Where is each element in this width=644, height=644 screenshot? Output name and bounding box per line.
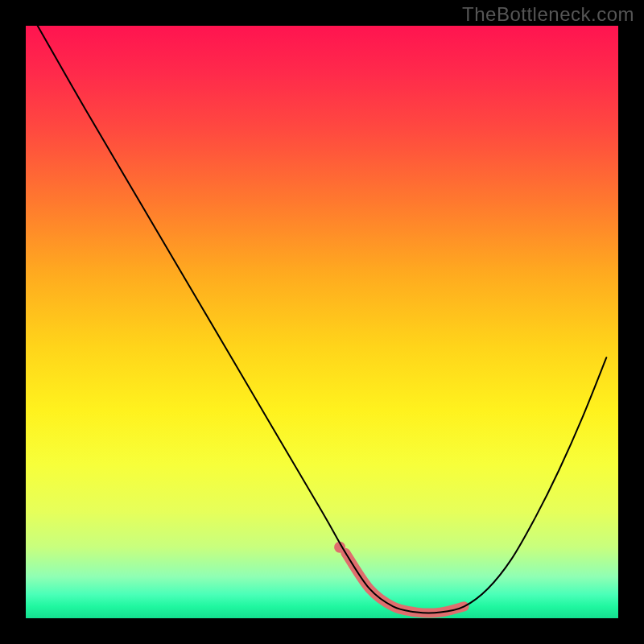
bottleneck-curve xyxy=(38,26,607,613)
highlight-band xyxy=(345,553,464,613)
watermark-text: TheBottleneck.com xyxy=(462,3,634,26)
plot-area xyxy=(26,26,618,618)
chart-frame: TheBottleneck.com xyxy=(0,0,644,644)
chart-svg xyxy=(26,26,618,618)
